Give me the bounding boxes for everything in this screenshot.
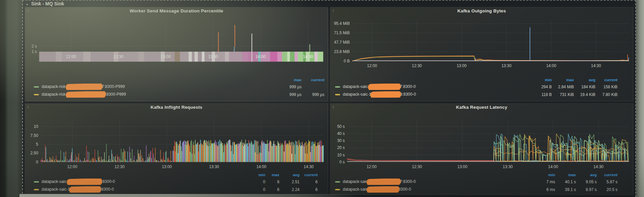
- x-tick-label: 12:30: [412, 164, 422, 169]
- legend-value: 158 KiB: [596, 85, 618, 89]
- legend-header-row: minmaxavgcurrent: [335, 172, 618, 177]
- legend-series-name: datapack-saic-:8300-0: [42, 179, 115, 185]
- x-tick-label: 12:30: [412, 63, 422, 68]
- legend-series-label[interactable]: datapack-saic8300-0: [335, 186, 536, 193]
- info-icon[interactable]: i: [28, 8, 29, 12]
- legend-col-header[interactable]: avg: [577, 173, 597, 177]
- legend-col-header[interactable]: current: [302, 78, 324, 82]
- legend-col-header[interactable]: current: [597, 173, 618, 177]
- legend-series-label[interactable]: datapack-saic7:8300-0: [335, 179, 536, 185]
- panel-title[interactable]: Worker Send Message Duration Percentile: [25, 7, 328, 15]
- x-tick-label: 13:00: [457, 63, 467, 68]
- panel-title[interactable]: Kafka Outgoing Bytes: [330, 7, 633, 15]
- kafka-outgoing-bytes-chart[interactable]: 95.4 MiB71.5 MiB47.7 MiB23.8 MiB0 B12:00…: [330, 15, 633, 72]
- y-tick-label: 50 s: [337, 124, 345, 129]
- grafana-dashboard: ⌄ Sink - MQ Sink i Worker Send Message D…: [22, 0, 636, 197]
- background-wall: [635, 0, 644, 197]
- panel-kafka-request-latency: i Kafka Request Latency 50 s40 s30 s20 s…: [330, 103, 633, 195]
- panel-kafka-outgoing-bytes: i Kafka Outgoing Bytes 95.4 MiB71.5 MiB4…: [330, 7, 633, 101]
- legend-header-row: minmaxavgcurrent: [335, 77, 618, 82]
- legend-value: 999 µs: [302, 92, 324, 97]
- legend-col-header[interactable]: min: [536, 173, 555, 177]
- monitor-bezel-left: [0, 0, 22, 197]
- legend-series-name: datapack-saic-7:8300-0: [343, 84, 416, 90]
- panel-title[interactable]: Kafka Inflight Requests: [25, 104, 328, 111]
- x-tick-label: 13:30: [209, 164, 219, 169]
- legend-value: 20.5 s: [597, 187, 618, 192]
- legend-series-label[interactable]: datapack-saic-7:8300-0: [335, 84, 532, 90]
- legend-value: 6: [300, 180, 318, 184]
- legend-value: 7 ms: [536, 180, 555, 184]
- legend-row[interactable]: datapack-saic7:8300-07 ms40.1 s9.05 s5.8…: [335, 178, 618, 186]
- legend-header-row: maxcurrent: [34, 77, 324, 82]
- y-tick-label: 0 B: [344, 59, 350, 63]
- legend-row[interactable]: datapack-saic-1:8300-0062.246: [34, 186, 318, 193]
- legend-value: 184 KiB: [575, 85, 595, 89]
- legend-value: 39.1 s: [556, 187, 576, 192]
- info-icon[interactable]: i: [333, 105, 334, 109]
- kafka-inflight-requests-chart[interactable]: 107.5052.50012:0012:3013:0013:3014:0014:…: [25, 111, 328, 172]
- y-tick-label: 47.7 MiB: [334, 40, 350, 45]
- legend-series-label[interactable]: datapack-saic-18:8300-0: [335, 91, 532, 98]
- legend-series-swatch: [335, 189, 340, 190]
- legend-series-name: datapack-saic7:8300-0: [343, 179, 416, 185]
- legend-series-label[interactable]: datapack-risk-7:8300-P999: [34, 84, 279, 90]
- dashboard-row-header[interactable]: ⌄ Sink - MQ Sink: [25, 1, 633, 6]
- panel-header: i Kafka Outgoing Bytes: [330, 7, 633, 15]
- legend-row[interactable]: datapack-risk-:8300-P999999 µs999 µs: [34, 91, 324, 98]
- legend-col-header[interactable]: max: [279, 78, 302, 82]
- x-tick-label: 14:30: [303, 54, 313, 59]
- redaction-marker: [69, 186, 101, 193]
- panel-kafka-inflight-requests: i Kafka Inflight Requests 107.5052.50012…: [25, 103, 328, 195]
- legend: maxcurrentdatapack-risk-7:8300-P999999 µ…: [25, 77, 328, 101]
- legend-row[interactable]: datapack-saic-:8300-0062.516: [34, 178, 318, 186]
- legend-col-header[interactable]: avg: [575, 78, 595, 82]
- x-tick-label: 14:30: [593, 164, 603, 169]
- legend-col-header[interactable]: min: [250, 173, 265, 177]
- redaction-marker: [367, 186, 399, 193]
- y-tick-label: 10 s: [337, 153, 345, 157]
- legend-value: 19.4 KiB: [575, 92, 595, 97]
- legend-col-header[interactable]: max: [552, 78, 574, 82]
- legend-series-swatch: [34, 94, 39, 95]
- legend-series-swatch: [34, 86, 39, 88]
- legend-series-swatch: [335, 86, 340, 88]
- redaction-marker: [67, 179, 102, 185]
- redaction-marker: [368, 84, 401, 90]
- legend-col-header[interactable]: min: [532, 78, 552, 82]
- legend-series-label[interactable]: datapack-risk-:8300-P999: [34, 91, 279, 98]
- legend-value: 5.87 s: [597, 180, 618, 184]
- x-tick-label: 12:00: [367, 164, 377, 169]
- legend-series-label[interactable]: datapack-saic-1:8300-0: [34, 186, 249, 193]
- legend-col-header[interactable]: max: [556, 173, 576, 177]
- legend-series-name: datapack-saic-1:8300-0: [42, 186, 114, 193]
- kafka-request-latency-chart[interactable]: 50 s40 s30 s20 s10 s0 s12:0012:3013:0013…: [330, 111, 633, 172]
- legend-row[interactable]: datapack-risk-7:8300-P999999 µs: [34, 83, 324, 91]
- legend-col-header[interactable]: current: [596, 78, 618, 82]
- info-icon[interactable]: i: [333, 8, 334, 12]
- legend-series-swatch: [34, 189, 39, 190]
- legend-series-name: datapack-risk-:8300-P999: [42, 91, 126, 98]
- legend-value: 8.97 s: [577, 187, 597, 192]
- legend-row[interactable]: datapack-saic8300-06 ms39.1 s8.97 s20.5 …: [335, 186, 618, 193]
- photo-of-monitor: ⌄ Sink - MQ Sink i Worker Send Message D…: [0, 0, 644, 197]
- legend-value: 0: [250, 180, 265, 184]
- x-tick-label: 13:30: [501, 63, 512, 68]
- panel-header: i Kafka Inflight Requests: [25, 104, 328, 111]
- redaction-marker: [370, 91, 401, 98]
- worker-send-duration-chart[interactable]: 2 s1 s12:0012:3013:0013:3014:0014:30: [25, 15, 328, 65]
- legend-row[interactable]: datapack-saic-18:8300-0118 B731 KiB19.4 …: [335, 91, 618, 98]
- y-tick-label: 20 s: [337, 146, 345, 150]
- legend-col-header[interactable]: current: [300, 173, 318, 177]
- legend-col-header[interactable]: avg: [280, 173, 300, 177]
- info-icon[interactable]: i: [28, 105, 29, 109]
- legend-row[interactable]: datapack-saic-7:8300-0294 B2.84 MiB184 K…: [335, 83, 618, 91]
- legend-series-name: datapack-saic-18:8300-0: [343, 91, 416, 98]
- x-tick-label: 13:30: [503, 164, 513, 169]
- y-tick-label: 95.4 MiB: [334, 21, 350, 26]
- x-tick-label: 12:00: [66, 54, 76, 59]
- legend-value: 999 µs: [279, 85, 302, 89]
- panel-title[interactable]: Kafka Request Latency: [330, 104, 633, 111]
- legend-series-label[interactable]: datapack-saic-:8300-0: [34, 179, 249, 185]
- legend-col-header[interactable]: max: [266, 173, 279, 177]
